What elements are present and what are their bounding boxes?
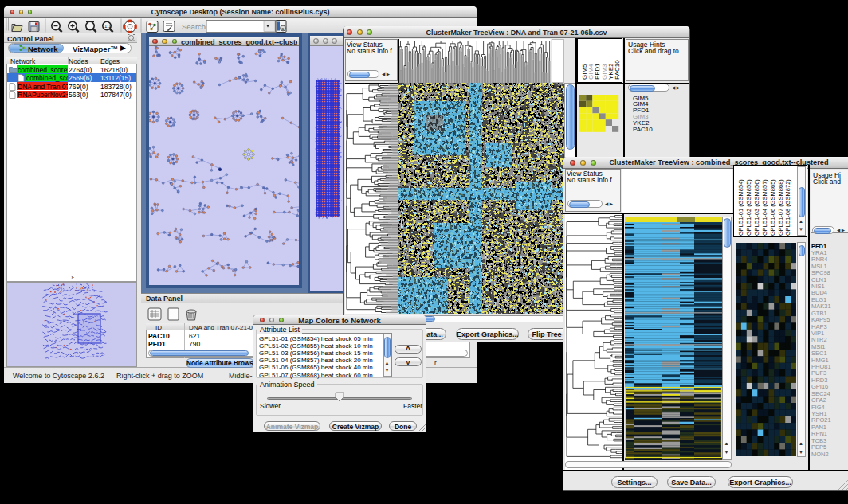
svg-text:1:1: 1:1 bbox=[104, 24, 112, 29]
svg-text:a: a bbox=[281, 26, 284, 31]
svg-text:Search:: Search: bbox=[182, 22, 208, 31]
